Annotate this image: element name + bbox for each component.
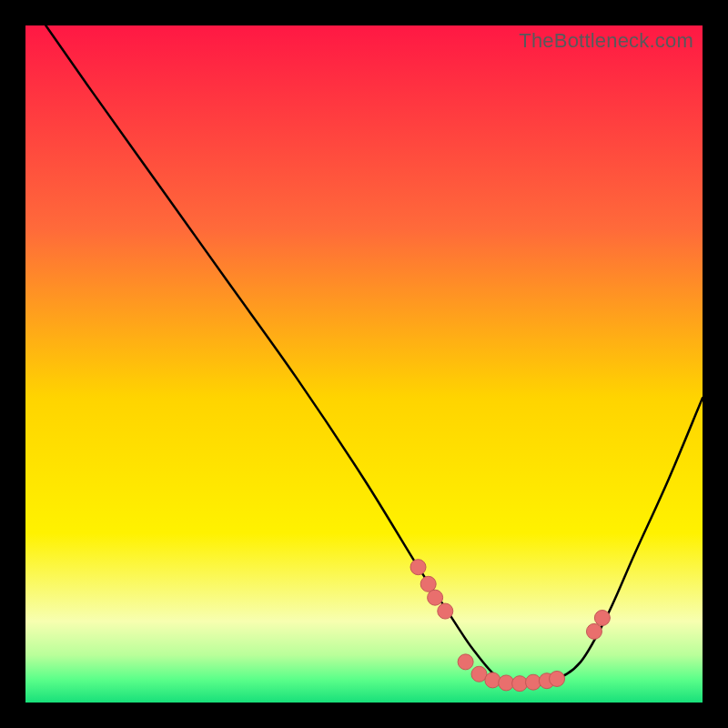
- highlight-dot: [458, 654, 473, 670]
- highlight-dot: [586, 623, 602, 639]
- highlight-dot: [485, 672, 500, 688]
- highlight-dot: [594, 611, 610, 626]
- highlight-dot: [550, 671, 565, 686]
- highlight-dot: [420, 576, 436, 592]
- highlight-dot: [512, 676, 528, 692]
- highlight-dot: [438, 603, 453, 619]
- gradient-background: [25, 25, 703, 703]
- highlight-dot: [428, 590, 443, 605]
- highlight-dot: [526, 674, 541, 690]
- chart-frame: TheBottleneck.com: [25, 25, 703, 703]
- highlight-dot: [410, 560, 426, 575]
- watermark-text: TheBottleneck.com: [519, 29, 693, 53]
- bottleneck-chart: [25, 25, 703, 703]
